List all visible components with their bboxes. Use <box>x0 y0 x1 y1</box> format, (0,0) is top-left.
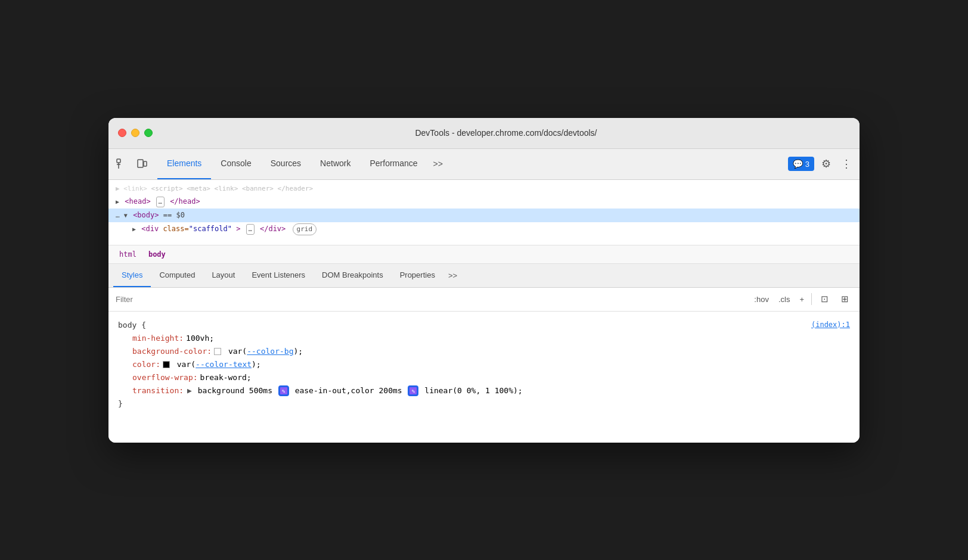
filter-input[interactable] <box>116 295 752 304</box>
titlebar: DevTools - developer.chrome.com/docs/dev… <box>108 118 860 149</box>
style-tab-computed[interactable]: Computed <box>151 263 203 287</box>
new-style-rule-button[interactable]: ⊞ <box>837 291 852 307</box>
element-state-button[interactable]: ⊡ <box>817 291 832 307</box>
style-tab-event-listeners[interactable]: Event Listeners <box>243 263 314 287</box>
transition-expand-arrow[interactable]: ▶ <box>187 386 192 395</box>
css-var-prefix: var( <box>228 347 247 356</box>
filter-divider <box>811 293 812 305</box>
expand-triangle-icon: ▼ <box>124 211 128 220</box>
css-panel: (index):1 body { min-height: 100vh; back… <box>108 312 860 443</box>
svg-rect-3 <box>138 160 143 167</box>
devtools-toolbar: Elements Console Sources Network Perform… <box>108 149 860 180</box>
color-swatch-black[interactable] <box>163 361 170 368</box>
css-property-name-overflow[interactable]: overflow-wrap: <box>118 371 198 384</box>
ellipsis-badge[interactable]: … <box>156 197 165 207</box>
dom-row-faded[interactable]: ▶ <link> <script> <meta> <link> <banner>… <box>108 182 860 195</box>
css-property-name-color[interactable]: color: <box>118 358 160 371</box>
css-transition-value1: background 500ms <box>198 386 272 395</box>
device-icon <box>136 158 147 169</box>
panel-icon: ⊞ <box>841 294 849 304</box>
add-class-button[interactable]: + <box>797 294 806 305</box>
issues-badge-button[interactable]: 💬 3 <box>788 157 814 171</box>
css-property-name[interactable]: min-height: <box>118 332 184 345</box>
svg-rect-0 <box>117 159 120 163</box>
tab-performance[interactable]: Performance <box>360 148 427 179</box>
css-selector-row: body { <box>118 319 850 332</box>
settings-button[interactable]: ⚙ <box>818 155 834 172</box>
css-property-name-bg[interactable]: background-color: <box>118 345 212 358</box>
cls-button[interactable]: .cls <box>776 294 793 305</box>
css-prop-min-height: min-height: 100vh; <box>118 332 850 345</box>
more-icon: ⋮ <box>841 157 852 170</box>
css-transition-value2: ease-in-out,color 200ms <box>295 386 402 395</box>
style-tab-dom-breakpoints[interactable]: DOM Breakpoints <box>314 263 392 287</box>
svg-rect-4 <box>144 161 147 166</box>
tab-sources[interactable]: Sources <box>261 148 311 179</box>
tab-network[interactable]: Network <box>311 148 360 179</box>
css-selector: body { <box>118 319 146 332</box>
style-tab-styles[interactable]: Styles <box>113 263 151 287</box>
css-property-name-transition[interactable]: transition: <box>118 384 184 397</box>
tab-more-button[interactable]: >> <box>427 148 449 179</box>
window-title: DevTools - developer.chrome.com/docs/dev… <box>162 128 850 138</box>
css-prop-transition: transition: ▶ background 500ms ease-in-o… <box>118 384 850 397</box>
toolbar-right: 💬 3 ⚙ ⋮ <box>788 155 855 172</box>
device-toggle-button[interactable] <box>134 155 150 172</box>
style-tab-properties[interactable]: Properties <box>392 263 443 287</box>
grid-badge[interactable]: grid <box>293 223 317 235</box>
css-prop-overflow-wrap: overflow-wrap: break-word; <box>118 371 850 384</box>
tab-bar: Elements Console Sources Network Perform… <box>157 148 781 179</box>
css-prop-color: color: var(--color-text); <box>118 358 850 371</box>
minimize-button[interactable] <box>131 129 139 137</box>
div-triangle-icon: ▶ <box>132 225 136 234</box>
triangle-icon: ▶ <box>116 197 119 207</box>
inspect-element-button[interactable] <box>113 155 130 172</box>
filter-bar: :hov .cls + ⊡ ⊞ <box>108 288 860 312</box>
css-close-brace: } <box>118 397 123 410</box>
maximize-button[interactable] <box>144 129 153 137</box>
breadcrumb-body[interactable]: body <box>145 249 169 260</box>
settings-icon: ⚙ <box>821 157 831 170</box>
breadcrumb-html[interactable]: html <box>116 249 140 260</box>
devtools-window: DevTools - developer.chrome.com/docs/dev… <box>108 118 860 443</box>
dom-row-div[interactable]: ▶ <div class="scaffold" > … </div> grid <box>108 222 860 237</box>
tab-elements[interactable]: Elements <box>157 148 211 179</box>
css-transition-value3: linear(0 0%, 1 100%); <box>424 386 522 395</box>
color-picker-button-2[interactable] <box>408 385 418 396</box>
color-swatch-white[interactable] <box>214 348 221 355</box>
css-prop-background-color: background-color: var(--color-bg); <box>118 345 850 358</box>
inspect-icon <box>116 158 127 169</box>
css-property-value[interactable]: 100vh; <box>186 332 214 345</box>
toolbar-icons <box>113 155 150 172</box>
styles-tabs: Styles Computed Layout Event Listeners D… <box>108 264 860 288</box>
div-ellipsis-badge[interactable]: … <box>246 224 255 235</box>
css-var-color-text[interactable]: --color-text <box>196 360 252 369</box>
filter-actions: :hov .cls + ⊡ ⊞ <box>752 291 852 307</box>
close-button[interactable] <box>118 129 126 137</box>
hov-button[interactable]: :hov <box>752 294 771 305</box>
more-options-button[interactable]: ⋮ <box>838 155 855 172</box>
traffic-lights <box>118 129 153 137</box>
css-source-link[interactable]: (index):1 <box>811 319 850 331</box>
css-value-overflow[interactable]: break-word; <box>200 371 252 384</box>
palette-icon: ⊡ <box>821 294 829 304</box>
breadcrumb-bar: html body <box>108 245 860 264</box>
tab-console[interactable]: Console <box>211 148 260 179</box>
dom-row-head[interactable]: ▶ <head> … </head> <box>108 195 860 209</box>
css-var-prefix-2: var( <box>177 360 196 369</box>
dom-row-body[interactable]: … ▼ <body> == $0 <box>108 209 860 222</box>
color-picker-button-1[interactable] <box>278 385 289 396</box>
css-close-brace-row: } <box>118 397 850 410</box>
css-var-color-bg[interactable]: --color-bg <box>247 347 293 356</box>
issues-icon: 💬 <box>793 159 803 169</box>
style-tab-more-button[interactable]: >> <box>443 271 462 280</box>
style-tab-layout[interactable]: Layout <box>203 263 243 287</box>
dom-panel: ▶ <link> <script> <meta> <link> <banner>… <box>108 180 860 245</box>
